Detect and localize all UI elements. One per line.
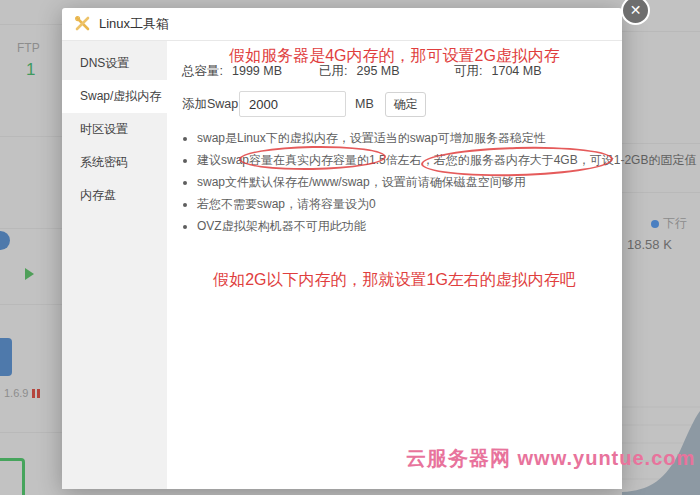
stat-free-label: 可用: [454, 64, 482, 78]
stat-total-label: 总容量: [182, 64, 223, 78]
pause-icon [32, 389, 40, 398]
bg-divider [0, 136, 62, 137]
swap-tips-list: swap是Linux下的虚拟内存，设置适当的swap可增加服务器稳定性 建议sw… [174, 131, 616, 241]
modal-title: Linux工具箱 [99, 15, 169, 33]
stat-used: 已用:295 MB [319, 63, 400, 80]
downlink-value: 18.58 K [627, 237, 672, 252]
stat-free-value: 1704 MB [491, 64, 541, 78]
swap-tip: 建议swap容量在真实内存容量的1.5倍左右，若您的服务器内存大于4GB，可设1… [197, 153, 616, 167]
play-icon [25, 268, 34, 280]
version-row: 1.6.9 [4, 387, 40, 399]
screen: FTP 1 1.6.9 下行 18.58 K Linux工具箱 [0, 0, 700, 495]
sidebar-item-timezone[interactable]: 时区设置 [62, 113, 167, 146]
stat-total-value: 1999 MB [232, 64, 282, 78]
confirm-button[interactable]: 确定 [385, 92, 426, 117]
swap-tip: OVZ虚拟架构机器不可用此功能 [197, 219, 616, 233]
modal-sidebar: DNS设置 Swap/虚拟内存 时区设置 系统密码 内存盘 [62, 41, 167, 489]
swap-tip: swap文件默认保存在/www/swap，设置前请确保磁盘空间够用 [197, 175, 616, 189]
swap-unit-label: MB [355, 91, 374, 118]
annotation-bottom: 假如2G以下内存的，那就设置1G左右的虚拟内存吧 [167, 270, 622, 291]
swap-panel: 假如服务器是4G内存的，那可设置2G虚拟内存 总容量:1999 MB 已用:29… [167, 41, 622, 489]
bg-blue-panel [0, 338, 12, 376]
tools-icon [75, 16, 91, 32]
bg-blue-icon [0, 231, 10, 250]
swap-tip: swap是Linux下的虚拟内存，设置适当的swap可增加服务器稳定性 [197, 131, 616, 145]
swap-tip: 若您不需要swap，请将容量设为0 [197, 197, 616, 211]
bg-divider [622, 31, 700, 32]
add-swap-row: 添加Swap MB 确定 [167, 91, 622, 118]
bg-divider [0, 24, 62, 25]
stat-total: 总容量:1999 MB [182, 63, 282, 80]
sidebar-item-password[interactable]: 系统密码 [62, 146, 167, 179]
modal-body: DNS设置 Swap/虚拟内存 时区设置 系统密码 内存盘 假如服务器是4G内存… [62, 41, 622, 489]
bg-divider [0, 304, 62, 305]
bg-green-icon [0, 458, 25, 495]
bg-divider [622, 192, 700, 193]
stat-used-value: 295 MB [356, 64, 399, 78]
sidebar-item-dns[interactable]: DNS设置 [62, 47, 167, 80]
stat-used-label: 已用: [319, 64, 347, 78]
sidebar-item-swap[interactable]: Swap/虚拟内存 [62, 80, 167, 113]
watermark: 云服务器网 www.yuntue.com [406, 445, 695, 472]
bg-divider [622, 143, 700, 144]
downlink-label: 下行 [663, 215, 687, 232]
sidebar-item-ramdisk[interactable]: 内存盘 [62, 179, 167, 212]
ftp-count: 1 [26, 60, 35, 80]
downlink-dot-icon [651, 220, 659, 228]
version-label: 1.6.9 [4, 387, 28, 399]
stat-free: 可用:1704 MB [454, 63, 542, 80]
swap-size-input[interactable] [239, 91, 346, 117]
bg-divider [0, 228, 62, 229]
linux-toolbox-modal: Linux工具箱 DNS设置 Swap/虚拟内存 时区设置 系统密码 内存盘 假… [62, 8, 622, 489]
bg-divider [0, 432, 62, 433]
ftp-label: FTP [17, 41, 40, 55]
close-icon[interactable]: ✕ [621, 0, 650, 25]
downlink-legend: 下行 [651, 215, 687, 232]
add-swap-label: 添加Swap [182, 91, 238, 118]
modal-titlebar: Linux工具箱 [62, 8, 622, 41]
